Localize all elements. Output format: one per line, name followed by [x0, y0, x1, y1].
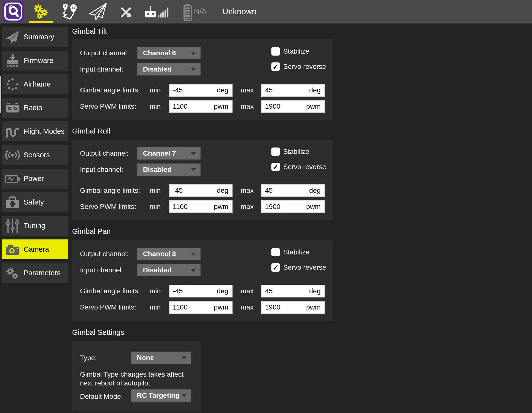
active-tab-underline — [29, 21, 53, 23]
sidebar-item-label: Flight Modes — [24, 121, 64, 141]
input-channel-dropdown[interactable]: Disabled — [137, 163, 201, 176]
default-mode-label: Default Mode: — [80, 393, 123, 400]
servo-pwm-limits-label: Servo PWM limits: — [80, 103, 136, 110]
field-value: -45 — [173, 287, 183, 295]
input-channel-label: Input channel: — [80, 266, 123, 274]
servo-pwm-limits-label: Servo PWM limits: — [80, 303, 136, 311]
sliders-icon — [4, 218, 21, 234]
pwm-min-field[interactable]: 1100 pwm — [169, 200, 233, 213]
battery-indicator[interactable] — [183, 3, 193, 22]
field-value: 45 — [265, 287, 273, 295]
servo-reverse-checkbox[interactable]: ✓ — [271, 163, 280, 171]
input-channel-dropdown[interactable]: Disabled — [137, 264, 201, 276]
drone-x-icon[interactable] — [120, 6, 132, 20]
angle-max-field[interactable]: 45 deg — [261, 285, 325, 297]
field-unit: pwm — [306, 203, 321, 211]
servo-reverse-checkbox[interactable]: ✓ — [271, 263, 280, 272]
stabilize-checkbox[interactable] — [271, 148, 280, 156]
angle-max-field[interactable]: 45 deg — [261, 184, 325, 197]
signal-bars-icon — [158, 7, 169, 18]
sidebar-item-radio[interactable]: Radio — [2, 98, 68, 118]
input-channel-label: Input channel: — [80, 65, 123, 73]
section-title-gimbal-settings: Gimbal Settings — [72, 328, 124, 337]
rc-transmitter-indicator[interactable] — [144, 4, 157, 20]
max-label: max — [241, 187, 253, 194]
sidebar-item-firmware[interactable]: Firmware — [2, 51, 68, 71]
angle-min-field[interactable]: -45 deg — [169, 184, 233, 197]
output-channel-dropdown[interactable]: Channel 6 — [137, 47, 201, 59]
output-channel-dropdown[interactable]: Channel 8 — [137, 248, 201, 260]
chevron-down-icon — [191, 152, 196, 155]
qgroundcontrol-vehicle-setup-page: A B — [0, 0, 532, 413]
pwm-min-field[interactable]: 1100 pwm — [169, 100, 233, 113]
angle-min-field[interactable]: -45 deg — [169, 84, 233, 97]
rc-transmitter-icon — [144, 4, 157, 19]
servo-reverse-label: Servo reverse — [283, 264, 326, 271]
stabilize-checkbox[interactable] — [271, 248, 280, 256]
chevron-down-icon — [191, 269, 196, 272]
gimbal-pan-panel: Output channel: Channel 8 Input channel:… — [72, 240, 333, 321]
top-toolbar: A B — [0, 0, 532, 24]
angle-max-field[interactable]: 45 deg — [261, 84, 325, 97]
pwm-min-field[interactable]: 1100 pwm — [169, 301, 233, 314]
min-label: min — [146, 187, 161, 194]
sidebar-item-parameters[interactable]: Parameters — [2, 263, 68, 283]
max-label: max — [241, 203, 253, 211]
tab-vehicle-setup[interactable] — [32, 3, 50, 22]
field-value: -45 — [173, 86, 183, 94]
output-channel-dropdown[interactable]: Channel 7 — [137, 147, 201, 160]
sidebar-item-safety[interactable]: Safety — [2, 192, 68, 212]
servo-reverse-checkbox[interactable]: ✓ — [271, 62, 280, 71]
field-unit: pwm — [306, 103, 321, 110]
tab-plan[interactable]: A B — [60, 2, 79, 23]
default-mode-dropdown[interactable]: RC Targeting — [131, 389, 191, 402]
sidebar-item-label: Camera — [24, 239, 49, 259]
dropdown-value: Disabled — [143, 164, 172, 176]
sidebar-item-flight-modes[interactable]: Flight Modes — [2, 121, 68, 141]
sidebar-item-airframe[interactable]: Airframe — [2, 74, 68, 94]
tab-fly[interactable] — [88, 2, 108, 23]
svg-text:A: A — [64, 5, 66, 8]
angle-min-field[interactable]: -45 deg — [169, 285, 233, 297]
field-value: 45 — [265, 187, 273, 194]
pwm-max-field[interactable]: 1900 pwm — [261, 200, 325, 213]
svg-text:B: B — [72, 6, 75, 10]
section-title-gimbal-roll: Gimbal Roll — [72, 127, 110, 135]
sidebar-scrollbar-thumb[interactable] — [0, 76, 1, 113]
chevron-down-icon — [191, 168, 196, 171]
sidebar-item-camera[interactable]: Camera — [2, 239, 68, 259]
servo-reverse-label: Servo reverse — [283, 163, 326, 171]
battery-status-label: N/A — [194, 0, 207, 23]
pwm-max-field[interactable]: 1900 pwm — [261, 100, 325, 113]
dropdown-value: Channel 6 — [143, 47, 176, 59]
field-value: 1900 — [265, 203, 280, 211]
section-title-gimbal-tilt: Gimbal Tilt — [72, 27, 107, 35]
stabilize-checkbox[interactable] — [271, 47, 280, 56]
battery-pulse-icon — [4, 171, 21, 187]
field-unit: deg — [309, 287, 321, 295]
input-channel-dropdown[interactable]: Disabled — [137, 63, 201, 75]
field-unit: pwm — [306, 303, 321, 311]
field-value: 1900 — [265, 103, 280, 110]
gimbal-type-dropdown[interactable]: None — [131, 352, 191, 364]
gimbal-roll-panel: Output channel: Channel 7 Input channel:… — [72, 140, 333, 220]
sidebar-item-sensors[interactable]: Sensors — [2, 145, 68, 165]
sidebar-item-summary[interactable]: Summary — [2, 27, 68, 47]
sidebar-item-label: Airframe — [24, 74, 51, 94]
sidebar-item-power[interactable]: Power — [2, 169, 68, 189]
rssi-indicator[interactable] — [158, 7, 169, 19]
qgroundcontrol-logo[interactable] — [2, 1, 24, 22]
pwm-max-field[interactable]: 1900 pwm — [261, 301, 325, 314]
sidebar-item-tuning[interactable]: Tuning — [2, 216, 68, 236]
field-value: 1100 — [173, 103, 188, 110]
servo-reverse-label: Servo reverse — [283, 63, 326, 71]
type-label: Type: — [80, 354, 97, 362]
waypoints-a-to-b-icon: A B — [60, 2, 79, 22]
gimbal-angle-limits-label: Gimbal angle limits: — [80, 187, 140, 194]
sidebar-item-label: Parameters — [24, 263, 61, 283]
sidebar-item-label: Safety — [24, 192, 44, 212]
field-unit: deg — [217, 287, 228, 295]
output-channel-label: Output channel: — [80, 250, 129, 258]
min-label: min — [146, 103, 161, 110]
gimbal-type-note: Gimbal Type changes takes affect next re… — [80, 370, 184, 388]
